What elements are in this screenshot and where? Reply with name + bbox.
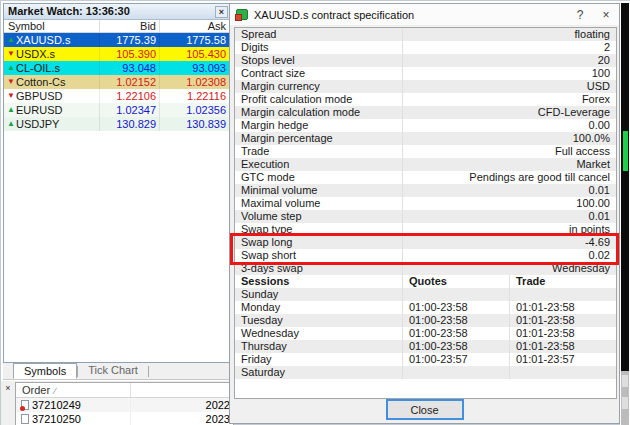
scrollbar-thumb[interactable] — [622, 397, 628, 409]
column-header-bid[interactable]: Bid — [100, 20, 160, 32]
order-cell: 37210250 — [16, 412, 131, 425]
scrollbar[interactable] — [621, 371, 629, 425]
spec-row[interactable]: Volume step0.01 — [235, 210, 616, 223]
session-row[interactable]: Friday01:00-23:5701:01-23:57 — [235, 353, 616, 366]
document-icon — [21, 414, 29, 424]
spec-row[interactable]: ExecutionMarket — [235, 158, 616, 171]
orders-rows: 372102492022372102502023 — [16, 398, 233, 425]
market-watch-row[interactable]: ▲EURUSD1.023471.02356 — [4, 103, 230, 117]
market-watch-row[interactable]: ▲USDJPY130.829130.839 — [4, 117, 230, 131]
spec-row[interactable]: Margin percentage100.0% — [235, 132, 616, 145]
spec-row[interactable]: GTC modePendings are good till cancel — [235, 171, 616, 184]
spec-value: Market — [403, 158, 616, 171]
session-row[interactable]: Saturday — [235, 366, 616, 379]
spec-value: 0.00 — [403, 119, 616, 132]
spec-row[interactable]: 3-days swapWednesday — [235, 262, 616, 275]
market-watch-close-icon[interactable]: × — [215, 6, 228, 18]
session-trade — [510, 366, 616, 379]
toolbox-close-icon[interactable]: × — [3, 384, 13, 394]
dialog-close-icon[interactable]: × — [593, 8, 619, 22]
column-header-ask[interactable]: Ask — [160, 20, 230, 32]
spec-label: Margin hedge — [235, 119, 403, 132]
close-button[interactable]: Close — [386, 399, 464, 420]
market-watch-row[interactable]: ▼Cotton-Cs1.021521.02308 — [4, 75, 230, 89]
spec-label: Swap short — [235, 249, 403, 262]
tab-symbols[interactable]: Symbols — [13, 363, 77, 379]
session-rows: SessionsQuotesTradeSundayMonday01:00-23:… — [235, 275, 616, 379]
bid-value: 1.22106 — [100, 89, 160, 103]
market-watch-row[interactable]: ▲CL-OIL.s93.04893.093 — [4, 61, 230, 75]
dialog-titlebar: XAUUSD.s contract specification ? × — [230, 4, 619, 25]
bid-value: 130.829 — [100, 117, 160, 131]
spec-value: 20 — [403, 54, 616, 67]
session-trade: 01:01-23:57 — [510, 353, 616, 366]
dialog-title: XAUUSD.s contract specification — [254, 9, 414, 21]
order-cell: 37210249 — [16, 398, 131, 412]
session-trade: 01:01-23:58 — [510, 301, 616, 314]
tab-tick-chart[interactable]: Tick Chart — [78, 363, 148, 379]
spec-row[interactable]: Maximal volume100.00 — [235, 197, 616, 210]
symbol-name: XAUUSD.s — [16, 34, 70, 46]
spec-row[interactable]: Swap typein points — [235, 223, 616, 236]
session-row[interactable]: Monday01:00-23:5801:01-23:58 — [235, 301, 616, 314]
market-watch-title: Market Watch: 13:36:30 — [8, 4, 130, 19]
spec-row[interactable]: Minimal volume0.01 — [235, 184, 616, 197]
spec-row[interactable]: Margin currencyUSD — [235, 80, 616, 93]
symbol-name: CL-OIL.s — [16, 62, 60, 74]
market-watch-row[interactable]: ▼USDX.s105.390105.430 — [4, 47, 230, 61]
ask-value: 1.02356 — [160, 103, 230, 117]
trend-up-icon: ▲ — [6, 61, 16, 75]
market-watch-rows: ▲XAUUSD.s1775.391775.58▼USDX.s105.390105… — [4, 33, 230, 131]
session-trade: 01:01-23:58 — [510, 340, 616, 353]
order-row[interactable]: 372102492022 — [16, 398, 233, 412]
bid-value: 93.048 — [100, 61, 160, 75]
session-row[interactable]: Wednesday01:00-23:5801:01-23:58 — [235, 327, 616, 340]
scrollbar-thumb[interactable] — [622, 375, 628, 387]
trend-up-icon: ▲ — [6, 103, 16, 117]
quotes-header: Quotes — [403, 275, 510, 288]
order-row[interactable]: 372102502023 — [16, 412, 233, 425]
spec-row[interactable]: Spreadfloating — [235, 28, 616, 41]
spec-row[interactable]: Swap long-4.69 — [235, 236, 616, 249]
session-day: Saturday — [235, 366, 403, 379]
spec-row[interactable]: Margin calculation modeCFD-Leverage — [235, 106, 616, 119]
spec-label: Stops level — [235, 54, 403, 67]
spec-value: in points — [403, 223, 616, 236]
symbol-cell: ▲EURUSD — [4, 103, 100, 117]
ask-value: 130.839 — [160, 117, 230, 131]
ask-value: 1775.58 — [160, 33, 230, 47]
symbol-name: EURUSD — [16, 104, 62, 116]
spec-row[interactable]: Digits2 — [235, 41, 616, 54]
column-header-symbol[interactable]: Symbol — [4, 20, 100, 32]
session-row[interactable]: Tuesday01:00-23:5801:01-23:58 — [235, 314, 616, 327]
market-watch-row[interactable]: ▲XAUUSD.s1775.391775.58 — [4, 33, 230, 47]
spec-label: Swap long — [235, 236, 403, 249]
ask-value: 1.02308 — [160, 75, 230, 89]
session-day: Sunday — [235, 288, 403, 301]
trend-up-icon: ▲ — [6, 33, 16, 47]
spec-label: Execution — [235, 158, 403, 171]
sessions-header: Sessions — [235, 275, 403, 288]
background-chart-strip — [620, 1, 630, 425]
spec-value: -4.69 — [403, 236, 616, 249]
session-row[interactable]: Thursday01:00-23:5801:01-23:58 — [235, 340, 616, 353]
spec-row[interactable]: Swap short0.02 — [235, 249, 616, 262]
spec-value: USD — [403, 80, 616, 93]
orders-panel: Order∕ 372102492022372102502023 — [15, 382, 234, 425]
spec-label: Trade — [235, 145, 403, 158]
spec-row[interactable]: Margin hedge0.00 — [235, 119, 616, 132]
session-row[interactable]: Sunday — [235, 288, 616, 301]
spec-row[interactable]: Stops level20 — [235, 54, 616, 67]
spec-value: 100.0% — [403, 132, 616, 145]
market-watch-row[interactable]: ▼GBPUSD1.221061.22116 — [4, 89, 230, 103]
spec-row[interactable]: TradeFull access — [235, 145, 616, 158]
spec-row[interactable]: Profit calculation modeForex — [235, 93, 616, 106]
toolbox-panel: × Order∕ 372102492022372102502023 — [1, 381, 234, 425]
column-header-order[interactable]: Order∕ — [16, 383, 131, 397]
spec-label: GTC mode — [235, 171, 403, 184]
spec-value: 0.01 — [403, 184, 616, 197]
market-watch-tabs: SymbolsTick Chart — [3, 363, 231, 380]
spec-row[interactable]: Contract size100 — [235, 67, 616, 80]
spec-label: Spread — [235, 28, 403, 41]
help-icon[interactable]: ? — [567, 8, 593, 22]
